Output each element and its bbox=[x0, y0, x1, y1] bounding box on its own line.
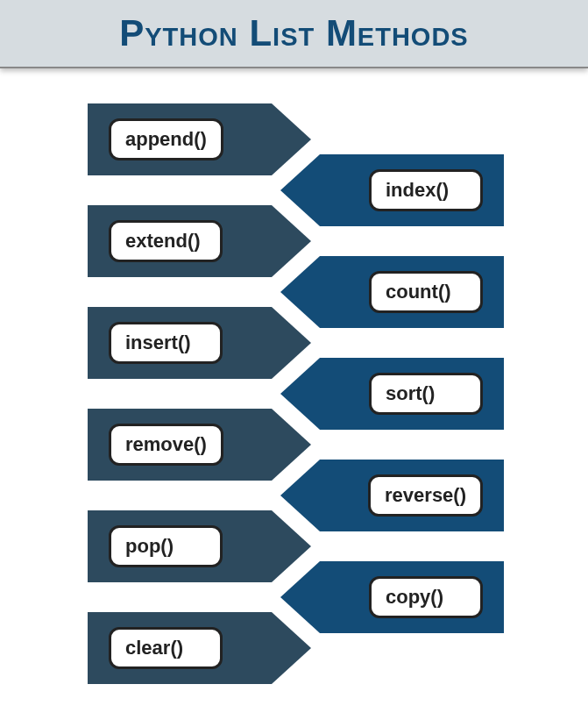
method-arrow-append: append() bbox=[88, 103, 311, 175]
header-banner: Python List Methods bbox=[0, 0, 588, 68]
method-arrow-index: index() bbox=[280, 154, 504, 226]
method-arrow-pop: pop() bbox=[88, 510, 311, 582]
arrow-body: append() bbox=[88, 103, 272, 175]
method-arrow-clear: clear() bbox=[88, 612, 311, 684]
method-label: count() bbox=[369, 271, 483, 313]
method-label: clear() bbox=[109, 627, 223, 669]
arrow-head-icon bbox=[280, 256, 320, 328]
arrow-body: insert() bbox=[88, 307, 272, 379]
arrow-body: index() bbox=[320, 154, 504, 226]
arrow-head-icon bbox=[280, 154, 320, 226]
method-arrow-reverse: reverse() bbox=[280, 460, 504, 531]
arrow-head-icon bbox=[280, 358, 320, 430]
method-arrow-remove: remove() bbox=[88, 409, 311, 481]
arrow-body: sort() bbox=[320, 358, 504, 430]
arrow-head-icon bbox=[280, 561, 320, 633]
arrow-body: clear() bbox=[88, 612, 272, 684]
method-arrow-extend: extend() bbox=[88, 205, 311, 277]
arrow-body: copy() bbox=[320, 561, 504, 633]
method-arrow-insert: insert() bbox=[88, 307, 311, 379]
method-label: extend() bbox=[109, 220, 223, 262]
arrow-body: extend() bbox=[88, 205, 272, 277]
method-label: insert() bbox=[109, 322, 223, 364]
arrow-head-icon bbox=[280, 460, 320, 531]
arrow-body: remove() bbox=[88, 409, 272, 481]
method-label: sort() bbox=[369, 373, 483, 415]
page-title: Python List Methods bbox=[119, 12, 468, 54]
method-label: append() bbox=[109, 118, 223, 160]
method-label: reverse() bbox=[368, 474, 483, 517]
method-label: copy() bbox=[369, 576, 483, 618]
arrow-body: reverse() bbox=[320, 460, 504, 531]
method-arrow-count: count() bbox=[280, 256, 504, 328]
arrow-body: pop() bbox=[88, 510, 272, 582]
diagram-content: append() extend() insert() remove() pop(… bbox=[0, 68, 588, 727]
arrow-body: count() bbox=[320, 256, 504, 328]
method-label: remove() bbox=[109, 424, 223, 466]
method-arrow-sort: sort() bbox=[280, 358, 504, 430]
method-arrow-copy: copy() bbox=[280, 561, 504, 633]
method-label: index() bbox=[369, 169, 483, 211]
method-label: pop() bbox=[109, 525, 223, 567]
